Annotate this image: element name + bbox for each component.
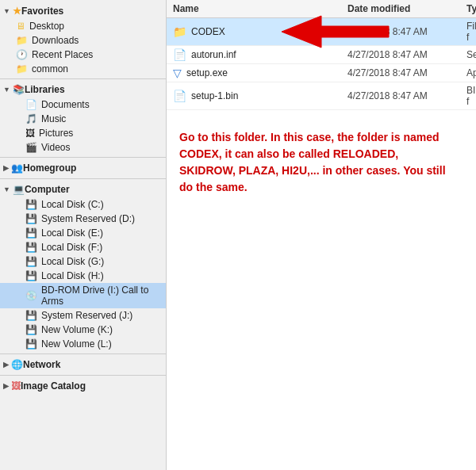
- disk-d-icon: 💾: [25, 213, 37, 224]
- libraries-arrow: ▼: [3, 86, 10, 94]
- computer-icon: 💻: [13, 184, 25, 195]
- sidebar-item-local-e[interactable]: 💾 Local Disk (E:): [0, 226, 166, 240]
- autorun-type: Setup: [466, 49, 476, 60]
- sidebar-item-system-d[interactable]: 💾 System Reserved (D:): [0, 212, 166, 226]
- downloads-label: Downloads: [32, 35, 79, 46]
- bdrom-label: BD-ROM Drive (I:) Call to Arms: [41, 285, 163, 307]
- system-d-label: System Reserved (D:): [41, 213, 135, 224]
- homegroup-icon: 👥: [11, 162, 23, 174]
- table-row[interactable]: 📄 setup-1.bin 4/27/2018 8:47 AM BIN f: [167, 82, 476, 110]
- sidebar-item-new-k[interactable]: 💾 New Volume (K:): [0, 323, 166, 337]
- table-row[interactable]: 📁 CODEX 4/27/2018 8:47 AM File f: [167, 18, 476, 46]
- libraries-icon: 📚: [13, 84, 25, 95]
- divider-2: [0, 157, 166, 158]
- sidebar-item-local-f[interactable]: 💾 Local Disk (F:): [0, 240, 166, 254]
- setup-type: Appl: [466, 67, 476, 78]
- image-catalog-icon: 🖼: [11, 380, 21, 392]
- favorites-section: ▼ ★ Favorites 🖥 Desktop 📁 Downloads 🕐 Re…: [0, 3, 166, 76]
- header-date[interactable]: Date modified: [347, 3, 466, 14]
- favorites-arrow: ▼: [3, 7, 10, 15]
- computer-header[interactable]: ▼ 💻 Computer: [0, 182, 166, 197]
- disk-c-icon: 💾: [25, 199, 37, 210]
- favorites-label: Favorites: [21, 6, 63, 17]
- codex-type: File f: [466, 21, 476, 43]
- local-g-label: Local Disk (G:): [41, 256, 104, 267]
- desktop-label: Desktop: [29, 21, 64, 32]
- network-label: Network: [23, 359, 60, 370]
- disk-h-icon: 💾: [25, 270, 37, 281]
- setup-name: setup.exe: [186, 67, 228, 78]
- sidebar-item-common[interactable]: 📁 common: [0, 62, 166, 76]
- documents-label: Documents: [41, 99, 90, 110]
- divider-5: [0, 375, 166, 376]
- libraries-section: ▼ 📚 Libraries 📄 Documents 🎵 Music 🖼 Pict…: [0, 82, 166, 155]
- videos-icon: 🎬: [25, 142, 37, 153]
- pictures-icon: 🖼: [25, 128, 35, 139]
- sidebar-item-bdrom-i[interactable]: 💿 BD-ROM Drive (I:) Call to Arms: [0, 283, 166, 308]
- divider-1: [0, 78, 166, 79]
- disk-j-icon: 💾: [25, 310, 37, 321]
- computer-section: ▼ 💻 Computer 💾 Local Disk (C:) 💾 System …: [0, 182, 166, 351]
- sidebar-item-recent-places[interactable]: 🕐 Recent Places: [0, 48, 166, 62]
- exe-icon: ▽: [173, 67, 182, 79]
- sidebar-item-local-c[interactable]: 💾 Local Disk (C:): [0, 197, 166, 212]
- annotation-area: Go to this folder. In this case, the fol…: [167, 117, 468, 208]
- favorites-header[interactable]: ▼ ★ Favorites: [0, 3, 166, 19]
- bin-date: 4/27/2018 8:47 AM: [347, 90, 466, 101]
- header-type[interactable]: Type: [466, 3, 476, 14]
- recent-icon: 🕐: [16, 49, 28, 60]
- disk-g-icon: 💾: [25, 256, 37, 267]
- sidebar-item-documents[interactable]: 📄 Documents: [0, 97, 166, 112]
- sidebar-item-videos[interactable]: 🎬 Videos: [0, 140, 166, 155]
- disk-f-icon: 💾: [25, 242, 37, 253]
- sidebar-item-music[interactable]: 🎵 Music: [0, 112, 166, 126]
- libraries-label: Libraries: [25, 84, 65, 95]
- sidebar-item-new-l[interactable]: 💾 New Volume (L:): [0, 337, 166, 351]
- disk-l-icon: 💾: [25, 338, 37, 350]
- downloads-icon: 📁: [16, 35, 28, 46]
- image-catalog-arrow: ▶: [3, 382, 9, 390]
- common-icon: 📁: [16, 63, 28, 75]
- network-arrow: ▶: [3, 361, 9, 369]
- table-row[interactable]: 📄 autorun.inf 4/27/2018 8:47 AM Setup: [167, 46, 476, 64]
- bin-icon: 📄: [173, 90, 186, 102]
- computer-arrow: ▼: [3, 185, 10, 193]
- homegroup-header[interactable]: ▶ 👥 Homegroup: [0, 160, 166, 176]
- bin-type: BIN f: [466, 85, 476, 107]
- divider-3: [0, 178, 166, 179]
- homegroup-arrow: ▶: [3, 164, 9, 172]
- pictures-label: Pictures: [39, 128, 73, 139]
- inf-icon: 📄: [173, 48, 186, 61]
- file-table-header: Name Date modified Type: [167, 0, 476, 18]
- table-row[interactable]: ▽ setup.exe 4/27/2018 8:47 AM Appl: [167, 64, 476, 82]
- videos-label: Videos: [41, 142, 70, 153]
- setup-name-cell: ▽ setup.exe: [173, 67, 347, 79]
- common-label: common: [32, 63, 68, 75]
- network-section: ▶ 🌐 Network: [0, 357, 166, 373]
- header-name[interactable]: Name: [173, 3, 347, 14]
- codex-date: 4/27/2018 8:47 AM: [347, 26, 466, 37]
- sidebar-item-downloads[interactable]: 📁 Downloads: [0, 33, 166, 48]
- desktop-icon: 🖥: [16, 21, 25, 32]
- autorun-date: 4/27/2018 8:47 AM: [347, 49, 466, 60]
- sidebar-item-desktop[interactable]: 🖥 Desktop: [0, 19, 166, 33]
- annotation-text: Go to this folder. In this case, the fol…: [179, 131, 446, 193]
- sidebar-item-system-j[interactable]: 💾 System Reserved (J:): [0, 308, 166, 323]
- libraries-header[interactable]: ▼ 📚 Libraries: [0, 82, 166, 97]
- disk-k-icon: 💾: [25, 324, 37, 335]
- sidebar-item-pictures[interactable]: 🖼 Pictures: [0, 126, 166, 140]
- folder-icon: 📁: [173, 25, 186, 38]
- homegroup-label: Homegroup: [23, 162, 76, 174]
- sidebar: ▼ ★ Favorites 🖥 Desktop 📁 Downloads 🕐 Re…: [0, 0, 167, 470]
- network-header[interactable]: ▶ 🌐 Network: [0, 357, 166, 373]
- local-f-label: Local Disk (F:): [41, 242, 102, 253]
- sidebar-item-local-g[interactable]: 💾 Local Disk (G:): [0, 254, 166, 269]
- autorun-name: autorun.inf: [191, 49, 236, 60]
- documents-icon: 📄: [25, 99, 37, 110]
- sidebar-item-local-h[interactable]: 💾 Local Disk (H:): [0, 269, 166, 283]
- new-k-label: New Volume (K:): [41, 324, 113, 335]
- image-catalog-label: Image Catalog: [21, 380, 86, 392]
- setup-date: 4/27/2018 8:47 AM: [347, 67, 466, 78]
- image-catalog-header[interactable]: ▶ 🖼 Image Catalog: [0, 378, 166, 394]
- autorun-name-cell: 📄 autorun.inf: [173, 48, 347, 61]
